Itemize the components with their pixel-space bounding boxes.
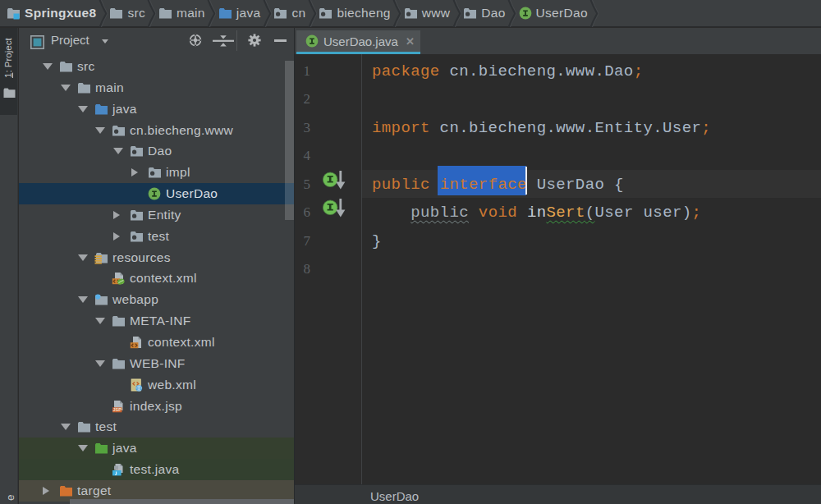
svg-text:JSP: JSP [113, 407, 122, 412]
